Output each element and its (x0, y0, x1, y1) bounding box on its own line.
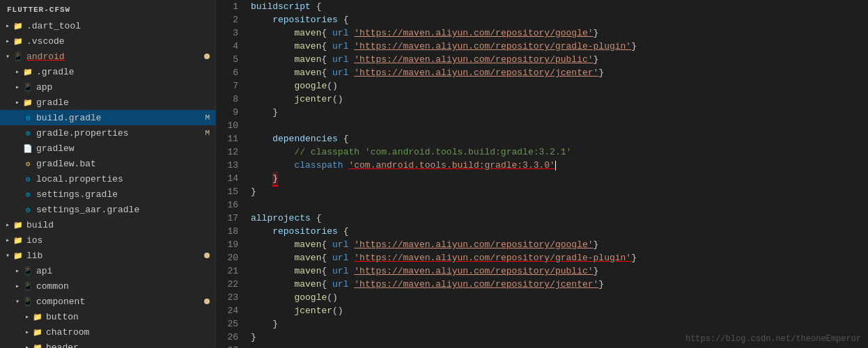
code-line-23: google() (251, 291, 868, 304)
item-label: gradle (36, 97, 215, 108)
code-line-7: google() (251, 79, 868, 93)
sidebar-item-gradle-properties[interactable]: ⚙ gradle.properties M (0, 125, 215, 141)
code-line-12: // classpath 'com.android.tools.build:gr… (251, 145, 868, 159)
line-numbers: 12345 678910 1112131415 1617181920 21222… (216, 0, 244, 348)
item-label: lib (26, 251, 204, 261)
sidebar-item-api[interactable]: 📱 api (0, 263, 215, 278)
arrow-icon (3, 220, 13, 230)
item-label: chatroom (46, 327, 215, 338)
folder-icon: 📁 (13, 20, 24, 31)
sidebar-item-settings-gradle[interactable]: ⚙ settings.gradle (0, 187, 215, 202)
sidebar-item-gradle-sub[interactable]: 📁 .gradle (0, 64, 215, 79)
folder-icon: 📁 (32, 342, 43, 348)
tree-container[interactable]: 📁 .dart_tool 📁 .vscode 📱 android 📁 .grad… (0, 18, 215, 348)
arrow-icon (13, 189, 22, 199)
sidebar: FLUTTER-CFSW 📁 .dart_tool 📁 .vscode 📱 an… (0, 0, 216, 348)
code-line-22: maven{ url 'https://maven.aliyun.com/rep… (251, 278, 868, 291)
item-label: component (36, 296, 204, 307)
sidebar-item-chatroom[interactable]: 📁 chatroom (0, 324, 215, 340)
arrow-icon (13, 266, 22, 276)
item-label: .gradle (36, 67, 215, 77)
badge-m: M (205, 129, 210, 137)
sidebar-item-button[interactable]: 📁 button (0, 309, 215, 324)
arrow-icon (13, 296, 22, 306)
code-line-5: maven{ url 'https://maven.aliyun.com/rep… (251, 53, 868, 66)
sidebar-item-lib[interactable]: 📁 lib (0, 248, 215, 263)
folder-icon: 📁 (22, 66, 33, 77)
arrow-icon (22, 312, 32, 322)
item-label: app (36, 82, 215, 93)
code-line-8: jcenter() (251, 93, 868, 106)
code-line-9: } (251, 106, 868, 119)
code-line-21: maven{ url 'https://maven.aliyun.com/rep… (251, 264, 868, 278)
editor: 12345 678910 1112131415 1617181920 21222… (216, 0, 868, 348)
folder-icon: 📁 (13, 250, 24, 261)
item-label: ios (26, 235, 215, 246)
code-line-2: repositories { (251, 13, 868, 26)
sidebar-item-gradlew-bat[interactable]: ⚙ gradlew.bat (0, 156, 215, 171)
item-label: gradle.properties (36, 128, 202, 139)
arrow-icon (13, 281, 22, 291)
badge-m: M (205, 113, 210, 122)
folder-icon: 📁 (32, 311, 43, 322)
code-line-1: buildscript { (251, 0, 868, 13)
sidebar-item-component[interactable]: 📱 component (0, 294, 215, 309)
android-icon: 📱 (22, 265, 33, 276)
code-line-4: maven{ url 'https://maven.aliyun.com/rep… (251, 40, 868, 53)
code-line-13: classpath 'com.android.tools.build:gradl… (251, 159, 868, 172)
arrow-icon (13, 97, 22, 107)
code-line-20: maven{ url 'https://maven.aliyun.com/rep… (251, 251, 868, 264)
sidebar-item-android[interactable]: 📱 android (0, 49, 215, 64)
folder-icon: 📁 (13, 235, 24, 246)
arrow-icon (13, 205, 22, 214)
sidebar-item-dart-tool[interactable]: 📁 .dart_tool (0, 18, 215, 33)
item-label: settings.gradle (36, 189, 215, 200)
arrow-icon (3, 21, 13, 31)
item-label: android (26, 52, 204, 62)
code-line-10 (251, 119, 868, 132)
arrow-icon (13, 174, 22, 184)
bat-icon: ⚙ (22, 158, 33, 169)
arrow-icon (3, 52, 13, 61)
item-label: local.properties (36, 174, 215, 184)
arrow-icon (3, 36, 13, 46)
sidebar-item-ios[interactable]: 📁 ios (0, 232, 215, 248)
sidebar-item-common[interactable]: 📱 common (0, 278, 215, 294)
editor-content: 12345 678910 1112131415 1617181920 21222… (216, 0, 868, 348)
sidebar-item-gradlew[interactable]: 📄 gradlew (0, 141, 215, 156)
arrow-icon (13, 143, 22, 153)
file-icon: 📄 (22, 143, 33, 154)
arrow-icon (22, 327, 32, 337)
gradle-icon: ⚙ (22, 173, 33, 184)
code-line-25: } (251, 317, 868, 331)
code-line-16 (251, 198, 868, 212)
sidebar-item-local-properties[interactable]: ⚙ local.properties (0, 171, 215, 187)
folder-icon: 📁 (32, 326, 43, 338)
gradle-icon: ⚙ (22, 127, 33, 139)
dot-indicator (204, 54, 210, 59)
sidebar-item-build-gradle[interactable]: ⚙ build.gradle M (0, 110, 215, 125)
android-icon: 📱 (22, 81, 33, 93)
code-line-18: repositories { (251, 225, 868, 238)
watermark: https://blog.csdn.net/theoneEmperor (685, 334, 861, 344)
arrow-icon (3, 235, 13, 245)
arrow-icon (3, 251, 13, 260)
sidebar-item-build[interactable]: 📁 build (0, 217, 215, 232)
code-line-6: maven{ url 'https://maven.aliyun.com/rep… (251, 66, 868, 79)
code-area: buildscript { repositories { maven{ url … (244, 0, 868, 348)
arrow-icon (13, 159, 22, 168)
code-line-15: } (251, 185, 868, 198)
sidebar-item-vscode[interactable]: 📁 .vscode (0, 33, 215, 49)
sidebar-item-gradle-folder[interactable]: 📁 gradle (0, 95, 215, 110)
arrow-icon (13, 128, 22, 138)
dot-indicator (204, 253, 210, 258)
sidebar-item-app[interactable]: 📱 app (0, 79, 215, 95)
sidebar-item-header[interactable]: 📁 header (0, 340, 215, 348)
code-line-3: maven{ url 'https://maven.aliyun.com/rep… (251, 26, 868, 40)
sidebar-item-settings-aar-gradle[interactable]: ⚙ settings_aar.gradle (0, 202, 215, 217)
item-label: settings_aar.gradle (36, 205, 215, 215)
gradle-icon: ⚙ (22, 204, 33, 215)
android-icon: 📱 (22, 280, 33, 292)
item-label: header (46, 342, 215, 349)
item-label: build.gradle (36, 113, 202, 123)
